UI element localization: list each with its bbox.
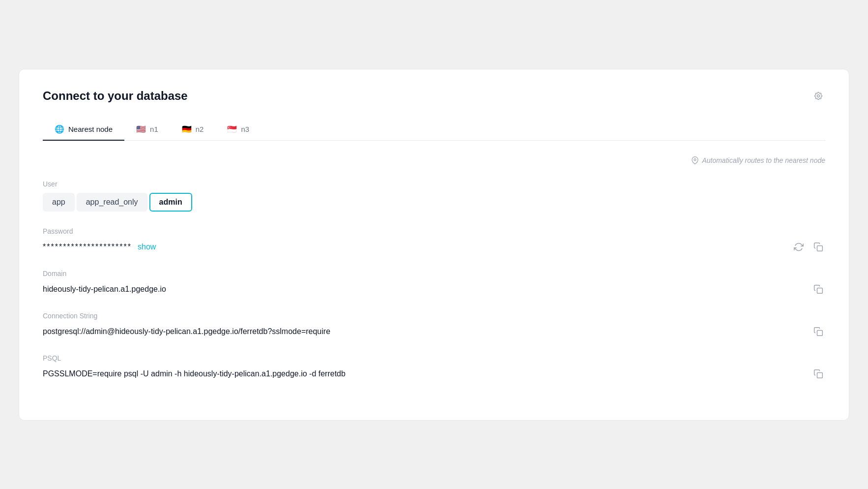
password-value-row: ********************** show [43,243,156,251]
svg-rect-2 [817,245,823,251]
copy-psql-button[interactable] [811,367,825,381]
password-section: Password ********************** show [43,227,825,254]
copy-domain-button[interactable] [811,282,825,296]
auto-route-notice: Automatically routes to the nearest node [43,156,825,164]
password-label: Password [43,227,825,235]
globe-icon: 🌐 [55,124,64,134]
tab-nearest-node[interactable]: 🌐 Nearest node [43,119,124,141]
password-actions [792,240,825,254]
psql-label: PSQL [43,354,825,362]
refresh-password-button[interactable] [792,240,806,254]
user-label: User [43,180,825,188]
domain-value: hideously-tidy-pelican.a1.pgedge.io [43,285,166,294]
settings-button[interactable] [811,89,825,103]
copy-connection-string-button[interactable] [811,325,825,338]
flag-us-icon: 🇺🇸 [136,124,146,134]
tab-n2[interactable]: 🇩🇪 n2 [170,119,216,141]
card-header: Connect to your database [43,89,825,103]
tab-n3[interactable]: 🇸🇬 n3 [215,119,261,141]
domain-row: hideously-tidy-pelican.a1.pgedge.io [43,282,825,296]
svg-rect-4 [817,330,823,336]
connection-string-row: postgresql://admin@hideously-tidy-pelica… [43,325,825,338]
domain-section: Domain hideously-tidy-pelican.a1.pgedge.… [43,270,825,296]
connection-string-section: Connection String postgresql://admin@hid… [43,312,825,338]
flag-sg-icon: 🇸🇬 [227,124,237,134]
password-masked: ********************** [43,243,132,251]
tab-bar: 🌐 Nearest node 🇺🇸 n1 🇩🇪 n2 🇸🇬 n3 [43,119,825,141]
show-password-link[interactable]: show [138,243,156,251]
password-row: ********************** show [43,240,825,254]
tab-n1[interactable]: 🇺🇸 n1 [124,119,170,141]
connection-string-label: Connection String [43,312,825,320]
flag-de-icon: 🇩🇪 [182,124,192,134]
user-pill-app-read-only[interactable]: app_read_only [77,193,147,212]
user-pill-app[interactable]: app [43,193,75,212]
psql-row: PGSSLMODE=require psql -U admin -h hideo… [43,367,825,381]
user-pills: app app_read_only admin [43,193,825,212]
connection-string-value: postgresql://admin@hideously-tidy-pelica… [43,327,330,336]
svg-rect-3 [817,288,823,293]
user-pill-admin[interactable]: admin [149,193,192,212]
psql-section: PSQL PGSSLMODE=require psql -U admin -h … [43,354,825,381]
svg-rect-5 [817,372,823,378]
psql-value: PGSSLMODE=require psql -U admin -h hideo… [43,369,346,378]
svg-point-0 [817,94,820,97]
svg-point-1 [694,158,696,160]
card-title: Connect to your database [43,89,188,103]
tab-content: Automatically routes to the nearest node… [43,141,825,381]
copy-password-button[interactable] [811,240,825,254]
user-section: User app app_read_only admin [43,180,825,212]
domain-label: Domain [43,270,825,277]
connect-database-card: Connect to your database 🌐 Nearest node … [19,69,849,421]
location-pin-icon [691,156,699,164]
